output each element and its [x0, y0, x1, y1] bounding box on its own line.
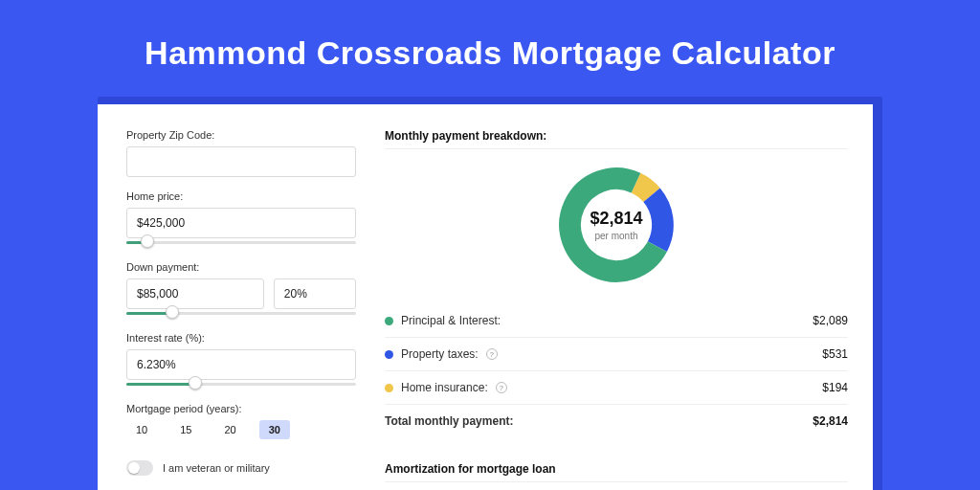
divider [385, 481, 848, 482]
legend-dot [385, 384, 393, 392]
calculator-card: Property Zip Code: Home price: Down paym… [98, 104, 873, 490]
help-icon[interactable]: ? [496, 382, 507, 393]
legend-row: Principal & Interest:$2,089 [385, 304, 848, 338]
legend-row: Property taxes:?$531 [385, 338, 848, 371]
legend-dot [385, 317, 393, 325]
rate-slider[interactable] [126, 378, 356, 390]
veteran-label: I am veteran or military [163, 462, 270, 474]
period-option-30[interactable]: 30 [259, 420, 290, 439]
legend-label: Property taxes: [401, 347, 479, 361]
period-option-10[interactable]: 10 [126, 420, 157, 439]
rate-input[interactable] [126, 349, 356, 380]
legend-row: Home insurance:?$194 [385, 371, 848, 405]
period-option-20[interactable]: 20 [215, 420, 246, 439]
home-price-label: Home price: [126, 190, 356, 202]
down-payment-percent-input[interactable] [274, 278, 356, 309]
help-icon[interactable]: ? [486, 348, 498, 360]
legend-value: $2,089 [813, 314, 848, 327]
home-price-slider[interactable] [126, 236, 356, 248]
page-title: Hammond Crossroads Mortgage Calculator [0, 0, 980, 97]
down-payment-label: Down payment: [126, 261, 356, 273]
donut-chart: $2,814 per month [554, 163, 679, 287]
legend: Principal & Interest:$2,089Property taxe… [385, 304, 848, 405]
home-price-input[interactable] [126, 208, 356, 238]
legend-value: $531 [822, 347, 848, 361]
period-row: 10152030 [126, 420, 356, 439]
veteran-toggle[interactable] [126, 460, 153, 476]
total-row: Total monthly payment: $2,814 [385, 405, 848, 437]
legend-value: $194 [822, 381, 848, 394]
total-label: Total monthly payment: [385, 414, 513, 428]
zip-input[interactable] [126, 146, 356, 177]
breakdown-column: Monthly payment breakdown: $2,814 per mo… [385, 129, 848, 490]
breakdown-title: Monthly payment breakdown: [385, 129, 848, 143]
total-value: $2,814 [813, 414, 848, 428]
legend-label: Home insurance: [401, 381, 488, 394]
down-payment-amount-input[interactable] [126, 278, 264, 309]
donut-sub: per month [594, 231, 637, 241]
amortization-title: Amortization for mortgage loan [385, 462, 848, 476]
card-shadow: Property Zip Code: Home price: Down paym… [98, 97, 882, 490]
zip-label: Property Zip Code: [126, 129, 356, 141]
donut-area: $2,814 per month [385, 149, 848, 304]
donut-center: $2,814 per month [554, 163, 679, 287]
form-column: Property Zip Code: Home price: Down paym… [126, 129, 356, 490]
down-payment-slider[interactable] [126, 307, 356, 319]
legend-dot [385, 350, 393, 359]
period-option-15[interactable]: 15 [170, 420, 201, 439]
donut-amount: $2,814 [590, 209, 642, 229]
period-label: Mortgage period (years): [126, 403, 356, 414]
legend-label: Principal & Interest: [401, 314, 501, 327]
rate-label: Interest rate (%): [126, 332, 356, 344]
